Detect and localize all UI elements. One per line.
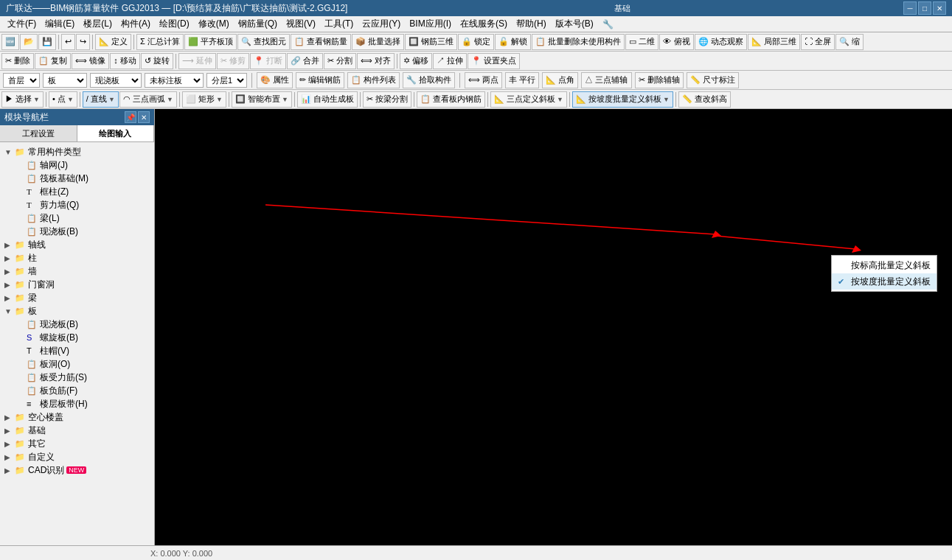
- tree-item-wall-group[interactable]: ▶ 📁 墙: [1, 265, 153, 278]
- rebar-3d-button[interactable]: 🔲 钢筋三维: [405, 34, 457, 50]
- tree-item-axis[interactable]: 📋 轴网(J): [13, 158, 153, 172]
- unlock-button[interactable]: 🔓 解锁: [495, 34, 531, 50]
- menu-tools[interactable]: 工具(T): [320, 16, 358, 32]
- menu-rebar[interactable]: 钢筋量(Q): [234, 16, 282, 32]
- stretch-button[interactable]: ↗ 拉伸: [433, 53, 467, 69]
- tree-item-other-group[interactable]: ▶ 📁 其它: [1, 437, 153, 450]
- batch-delete-button[interactable]: 📋 批量删除未使用构件: [532, 34, 625, 50]
- tree-item-col[interactable]: T 框柱(Z): [13, 185, 153, 198]
- dimension-button[interactable]: 📏 尺寸标注: [687, 72, 739, 88]
- lock-button[interactable]: 🔒 锁定: [458, 34, 494, 50]
- annotation-select[interactable]: 未标注板: [145, 73, 204, 88]
- floor-select[interactable]: 首层: [3, 73, 40, 88]
- save-button[interactable]: 💾: [38, 34, 56, 50]
- tree-item-door-group[interactable]: ▶ 📁 门窗洞: [1, 278, 153, 291]
- view-rebar-button[interactable]: 📋 查看钢筋量: [291, 34, 351, 50]
- menu-view[interactable]: 视图(V): [282, 16, 320, 32]
- batch-slope-button[interactable]: 📐 按坡度批量定义斜板 ▼: [572, 91, 673, 108]
- batch-select-button[interactable]: 📦 批量选择: [352, 34, 404, 50]
- rect-tool-button[interactable]: ⬜ 矩形 ▼: [182, 91, 226, 108]
- tree-item-shear-wall[interactable]: T 剪力墙(Q): [13, 198, 153, 211]
- check-slope-height-button[interactable]: 📏 查改斜高: [678, 91, 731, 108]
- tree-item-raft[interactable]: 📋 筏板基础(M): [13, 172, 153, 185]
- copy-button[interactable]: 📋 复制: [35, 53, 71, 69]
- level-top-button[interactable]: 🟩 平齐板顶: [184, 34, 237, 50]
- dropdown-item-elevation[interactable]: 按标高批量定义斜板: [832, 257, 937, 273]
- tree-item-slab[interactable]: 📋 现浇板(B): [13, 225, 153, 238]
- menu-edit[interactable]: 编辑(E): [41, 16, 79, 32]
- tree-item-slab-hole[interactable]: 📋 板洞(O): [13, 357, 153, 371]
- edit-rebar-button[interactable]: ✏ 编辑钢筋: [296, 72, 344, 88]
- tree-item-cast-slab[interactable]: 📋 现浇板(B): [13, 318, 153, 331]
- redo-button[interactable]: ↪: [76, 34, 90, 50]
- point-angle-button[interactable]: 📐 点角: [542, 72, 578, 88]
- open-button[interactable]: 📂: [20, 34, 38, 50]
- line-tool-button[interactable]: / 直线 ▼: [83, 91, 119, 108]
- delete-button[interactable]: ✂ 删除: [1, 53, 34, 69]
- break-button[interactable]: 📍 打断: [250, 53, 286, 69]
- new-button[interactable]: 🆕: [1, 34, 19, 50]
- auto-gen-button[interactable]: 📊 自动生成板: [297, 91, 358, 108]
- menu-bim[interactable]: BIM应用(I): [405, 16, 456, 32]
- current-select[interactable]: 现浇板: [90, 73, 142, 88]
- tree-item-floor-band[interactable]: ≡ 楼层板带(H): [13, 397, 153, 410]
- tab-drawing-input[interactable]: 绘图输入: [77, 125, 155, 141]
- canvas-area[interactable]: K Y X b 按标高批量定义斜板 ✔ 按坡度批量定义斜板: [155, 109, 952, 545]
- zoom-button[interactable]: 🔍 缩: [835, 34, 864, 50]
- point-tool-button[interactable]: • 点 ▼: [49, 91, 77, 108]
- tree-item-common[interactable]: ▼ 📁 常用构件类型: [1, 145, 153, 158]
- three-point-axis-button[interactable]: △ 三点辅轴: [581, 72, 631, 88]
- sidebar-pin-button[interactable]: 📌: [125, 111, 136, 123]
- menu-file[interactable]: 文件(F): [3, 16, 41, 32]
- parallel-button[interactable]: 丰 平行: [505, 72, 539, 88]
- rotate-button[interactable]: ↺ 旋转: [141, 53, 173, 69]
- minimize-button[interactable]: ─: [903, 1, 917, 15]
- delete-axis-button[interactable]: ✂ 删除辅轴: [635, 72, 684, 88]
- extend-button[interactable]: ⟶ 延伸: [178, 53, 216, 69]
- split-button[interactable]: ✂ 分割: [324, 53, 356, 69]
- close-button[interactable]: ✕: [933, 1, 946, 15]
- trim-button[interactable]: ✂ 修剪: [217, 53, 249, 69]
- select-tool-button[interactable]: ▶ 选择 ▼: [1, 91, 44, 108]
- view-board-rebar-button[interactable]: 📋 查看板内钢筋: [417, 91, 485, 108]
- undo-button[interactable]: ↩: [61, 34, 75, 50]
- mirror-button[interactable]: ⟺ 镜像: [72, 53, 109, 69]
- menu-cloud[interactable]: 云应用(Y): [358, 16, 405, 32]
- local-3d-button[interactable]: 📐 局部三维: [748, 34, 800, 50]
- define-button[interactable]: 📐 定义: [95, 34, 131, 50]
- offset-button[interactable]: ✡ 偏移: [400, 53, 432, 69]
- tab-project-settings[interactable]: 工程设置: [0, 125, 77, 141]
- pick-component-button[interactable]: 🔧 拾取构件: [403, 72, 455, 88]
- component-list-button[interactable]: 📋 构件列表: [347, 72, 400, 88]
- menu-settings-icon[interactable]: 🔧: [598, 16, 618, 32]
- merge-button[interactable]: 🔗 合并: [287, 53, 323, 69]
- tree-item-foundation-group[interactable]: ▶ 📁 基础: [1, 424, 153, 437]
- three-point-slope-button[interactable]: 📐 三点定义斜板 ▼: [490, 91, 567, 108]
- find-button[interactable]: 🔍 查找图元: [237, 34, 290, 50]
- menu-online[interactable]: 在线服务(S): [456, 16, 512, 32]
- smart-place-button[interactable]: 🔲 智能布置 ▼: [232, 91, 292, 108]
- property-button[interactable]: 🎨 属性: [257, 72, 293, 88]
- dropdown-item-slope[interactable]: ✔ 按坡度批量定义斜板: [832, 273, 937, 290]
- menu-help[interactable]: 帮助(H): [512, 16, 551, 32]
- tree-item-spiral-slab[interactable]: S 螺旋板(B): [13, 331, 153, 344]
- tree-item-cad-group[interactable]: ▶ 📁 CAD识别 NEW: [1, 463, 153, 477]
- menu-component[interactable]: 构件(A): [117, 16, 155, 32]
- tree-item-col-cap[interactable]: T 柱帽(V): [13, 344, 153, 357]
- tree-item-axis-group[interactable]: ▶ 📁 轴线: [1, 238, 153, 251]
- tree-item-slab-rebar[interactable]: 📋 板受力筋(S): [13, 371, 153, 384]
- orbit-button[interactable]: 🌐 动态观察: [695, 34, 747, 50]
- calc-button[interactable]: Σ 汇总计算: [136, 34, 184, 50]
- maximize-button[interactable]: □: [918, 1, 931, 15]
- set-grip-button[interactable]: 📍 设置夹点: [468, 53, 520, 69]
- arc-tool-button[interactable]: ◠ 三点画弧 ▼: [119, 91, 177, 108]
- type-select[interactable]: 板: [43, 73, 87, 88]
- division-select[interactable]: 分层1: [206, 73, 247, 88]
- 2d-button[interactable]: ▭ 二维: [625, 34, 659, 50]
- menu-modify[interactable]: 修改(M): [194, 16, 234, 32]
- align-button[interactable]: ⟺ 对齐: [357, 53, 395, 69]
- tree-item-slab-group[interactable]: ▼ 📁 板: [1, 304, 153, 318]
- move-button[interactable]: ↕ 移动: [110, 53, 140, 69]
- top-view-button[interactable]: 👁 俯视: [659, 34, 693, 50]
- tree-item-custom-group[interactable]: ▶ 📁 自定义: [1, 450, 153, 463]
